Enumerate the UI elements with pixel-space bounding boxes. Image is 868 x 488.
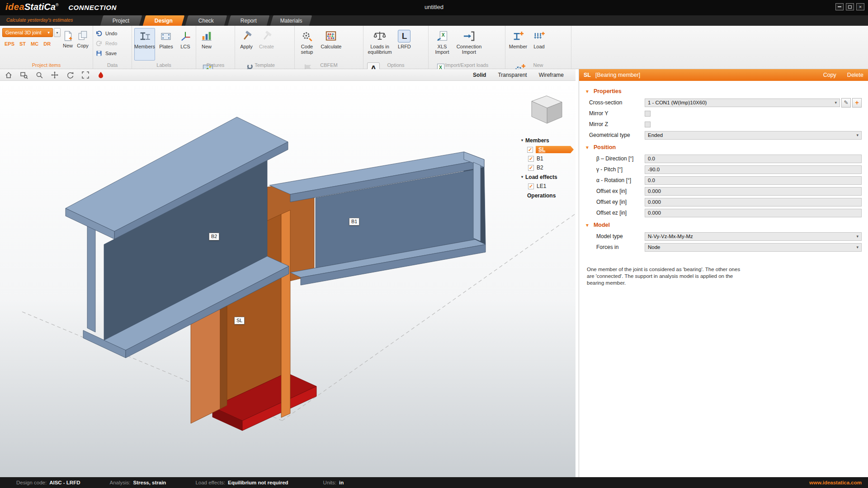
selected-item-banner[interactable]: SL [536,146,574,153]
group-label: Template [235,62,294,68]
pictures-new-button[interactable]: New [198,28,215,61]
edit-cross-section-button[interactable]: ✎ [841,98,851,108]
tree-members-header[interactable]: ▾ Members [521,136,574,145]
b2-web-end[interactable] [87,216,95,332]
checkbox-b1[interactable]: ✓ [528,156,534,162]
direction-input[interactable] [645,155,862,163]
tab-materials[interactable]: Materials [270,15,312,26]
labels-members-button[interactable]: Members [134,28,155,61]
redo-icon [95,40,103,47]
chevron-down-icon: ▾ [835,100,837,105]
lrfd-button[interactable]: L LRFD [396,28,413,61]
mode-st-button[interactable]: ST [19,41,26,47]
direction-row: β – Direction [°] [583,153,862,164]
redo-button[interactable]: Redo [95,39,129,48]
checkbox-le1[interactable]: ✓ [528,183,534,189]
joint-type-select[interactable]: General 3D joint ▾ [2,28,53,37]
minimize-button[interactable] [835,3,844,10]
ribbon-group-pictures: New Gallery Pictures [196,26,235,69]
code-setup-button[interactable]: Code setup [297,28,317,61]
labels-plates-button[interactable]: Plates [157,28,175,61]
main-tabs: Project Design Check Report Materials [102,15,311,26]
new-load-button[interactable]: Load [530,28,547,61]
section-model[interactable]: ▼ Model [583,219,862,231]
section-position[interactable]: ▼ Position [583,141,862,153]
mirror-y-checkbox[interactable] [645,111,651,117]
project-new-button[interactable]: New [61,28,75,61]
copy-member-button[interactable]: Copy [823,72,836,78]
view-mode-transparent[interactable]: Transparent [498,72,527,78]
labels-lcs-button[interactable]: LCS [177,28,193,61]
rotation-input[interactable] [645,176,862,185]
tab-report[interactable]: Report [228,15,270,26]
delete-member-button[interactable]: Delete [847,72,863,78]
mode-eps-button[interactable]: EPS [5,41,14,47]
view-mode-wireframe[interactable]: Wireframe [539,72,564,78]
zoom-window-button[interactable] [19,70,29,80]
chevron-down-icon: ▾ [856,234,859,239]
cross-section-select[interactable]: 1 - CON1 (W(Imp)10X60) ▾ [645,99,840,107]
offset-ez-input[interactable] [645,209,862,217]
tab-project[interactable]: Project [100,15,142,26]
offset-ex-input[interactable] [645,187,862,196]
b1-web-end[interactable] [473,162,481,241]
forces-in-select[interactable]: Node ▾ [645,243,862,252]
ribbon-group-template: Apply Create Manager Template [235,26,295,69]
website-link[interactable]: www.ideastatica.com [809,480,862,485]
mode-dr-button[interactable]: DR [43,41,51,47]
model-tree: ▾ Members ✓ SL ✓ B1 ✓ B2 ▾ Load effects … [521,136,574,200]
project-copy-button[interactable]: Copy [75,28,90,61]
home-view-button[interactable] [4,70,14,80]
tree-item-sl[interactable]: ✓ SL [521,145,574,154]
undo-button[interactable]: Undo [95,29,129,38]
section-properties[interactable]: ▼ Properties [583,85,862,97]
geometrical-type-select[interactable]: Ended ▾ [645,131,862,140]
tree-item-le1[interactable]: ✓ LE1 [521,182,574,191]
save-button[interactable]: Save [95,49,129,58]
mirror-z-checkbox[interactable] [645,122,651,127]
model-type-select[interactable]: N-Vy-Vz-Mx-My-Mz ▾ [645,232,862,241]
checkbox-b2[interactable]: ✓ [528,165,534,171]
template-create-button[interactable]: Create [257,28,275,61]
zoom-fit-button[interactable] [80,70,90,80]
svg-text:X: X [442,32,445,38]
create-template-icon [260,30,273,42]
new-member-button[interactable]: Member [508,28,528,61]
offset-ey-row: Offset ey [in] [583,197,862,207]
loads-in-equilibrium-button[interactable]: Loads in equilibrium [366,28,394,61]
calculate-button[interactable]: Calculate [319,28,343,61]
tree-load-effects-header[interactable]: ▾ Load effects [521,172,574,182]
view-mode-solid[interactable]: Solid [473,72,486,78]
paint-results-button[interactable] [96,70,106,80]
model-label-sl[interactable]: SL [234,317,245,324]
pan-button[interactable] [50,70,60,80]
close-button[interactable]: × [856,3,864,10]
connection-import-button[interactable]: Connection Import [455,28,482,61]
add-cross-section-button[interactable]: + [852,98,862,108]
tab-check[interactable]: Check [185,15,227,26]
sl-right-flange-edge[interactable] [281,210,290,418]
mode-mc-button[interactable]: MC [31,41,38,47]
rotate-view-button[interactable] [65,70,75,80]
navigation-cube[interactable] [528,94,566,128]
group-label: CBFEM [295,62,363,68]
joint-type-options-button[interactable]: ▾ [54,28,61,37]
tab-design[interactable]: Design [143,15,185,26]
xls-import-button[interactable]: X XLS Import [431,28,453,61]
model-label-b2[interactable]: B2 [209,233,219,240]
pitch-input[interactable] [645,165,862,174]
zoom-button[interactable] [34,70,44,80]
template-apply-button[interactable]: Apply [237,28,255,61]
model-label-b1[interactable]: B1 [349,218,359,225]
model-type-row: Model type N-Vy-Vz-Mx-My-Mz ▾ [583,231,862,242]
code-setup-gear-icon [301,30,313,42]
tree-item-b1[interactable]: ✓ B1 [521,154,574,163]
tree-operations-header[interactable]: Operations [521,191,574,200]
3d-viewport[interactable]: B2 B1 SL ▾ Members ✓ SL ✓ B1 ✓ B2 ▾ Load… [0,81,576,477]
lrfd-icon: L [398,30,410,42]
statusbar: Design code: AISC - LRFD Analysis: Stres… [0,477,868,488]
offset-ey-input[interactable] [645,198,862,206]
checkbox-sl[interactable]: ✓ [527,147,533,153]
maximize-button[interactable] [846,3,854,10]
tree-item-b2[interactable]: ✓ B2 [521,163,574,172]
